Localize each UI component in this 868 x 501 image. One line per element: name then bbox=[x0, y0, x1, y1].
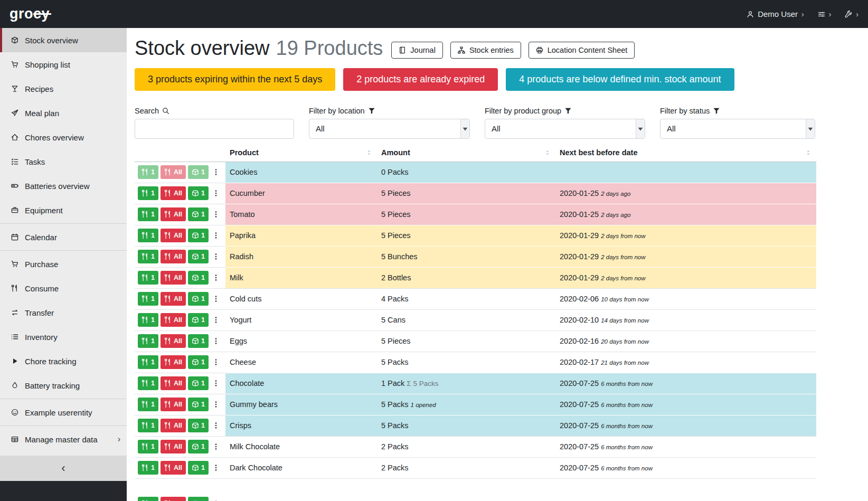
consume-all-button[interactable]: All bbox=[161, 398, 186, 411]
consume-all-button[interactable]: All bbox=[161, 165, 186, 179]
admin-menu-button[interactable]: › bbox=[845, 11, 858, 18]
product-group-filter-select[interactable]: All bbox=[485, 119, 645, 139]
open-one-button[interactable]: 1 bbox=[188, 250, 209, 263]
row-menu-button[interactable] bbox=[211, 250, 221, 263]
open-one-button[interactable]: 1 bbox=[188, 440, 209, 453]
consume-one-button[interactable]: 1 bbox=[138, 497, 158, 501]
row-menu-button[interactable] bbox=[211, 186, 221, 200]
open-one-button[interactable]: 1 bbox=[188, 419, 209, 432]
row-menu-button[interactable] bbox=[211, 419, 221, 432]
sidebar-item-chore-tracking[interactable]: Chore tracking bbox=[0, 349, 127, 373]
open-one-button[interactable]: 1 bbox=[188, 165, 209, 179]
sidebar-item-consume[interactable]: Consume bbox=[0, 276, 127, 300]
row-menu-button[interactable] bbox=[211, 398, 221, 411]
consume-one-button[interactable]: 1 bbox=[138, 355, 158, 369]
column-header-best-before[interactable]: Next best before date bbox=[555, 146, 816, 162]
consume-one-button[interactable]: 1 bbox=[138, 376, 158, 390]
consume-one-button[interactable]: 1 bbox=[138, 419, 158, 432]
row-menu-button[interactable] bbox=[211, 440, 221, 453]
alert-danger[interactable]: 2 products are already expired bbox=[343, 68, 498, 91]
row-menu-button[interactable] bbox=[211, 229, 221, 242]
search-input[interactable] bbox=[135, 119, 294, 139]
open-one-button[interactable]: 1 bbox=[188, 186, 209, 200]
consume-one-button[interactable]: 1 bbox=[138, 334, 158, 348]
sidebar-item-inventory[interactable]: Inventory bbox=[0, 325, 127, 349]
column-header-product[interactable]: Product bbox=[225, 146, 377, 162]
consume-all-button[interactable]: All bbox=[161, 440, 186, 453]
sidebar-item-stock-overview[interactable]: Stock overview bbox=[0, 28, 127, 52]
sidebar-item-tasks[interactable]: Tasks bbox=[0, 149, 127, 174]
location-filter-select[interactable]: All bbox=[309, 119, 470, 139]
sort-icon[interactable] bbox=[365, 149, 373, 156]
consume-one-button[interactable]: 1 bbox=[138, 165, 158, 179]
journal-button[interactable]: Journal bbox=[391, 42, 443, 59]
open-one-button[interactable]: 1 bbox=[188, 271, 209, 285]
row-menu-button[interactable] bbox=[211, 497, 221, 501]
open-one-button[interactable]: 1 bbox=[188, 207, 209, 221]
row-menu-button[interactable] bbox=[211, 334, 221, 348]
row-menu-button[interactable] bbox=[211, 271, 221, 285]
consume-all-button[interactable]: All bbox=[161, 355, 186, 369]
consume-all-button[interactable]: All bbox=[161, 334, 186, 348]
sidebar-item-manage-master-data[interactable]: Manage master data› bbox=[0, 427, 127, 451]
sidebar-item-example-userentity[interactable]: Example userentity bbox=[0, 400, 127, 424]
sidebar-item-calendar[interactable]: Calendar bbox=[0, 225, 127, 249]
location-content-sheet-button[interactable]: Location Content Sheet bbox=[529, 42, 635, 59]
app-logo[interactable]: grocy bbox=[10, 6, 51, 22]
consume-all-button[interactable]: All bbox=[161, 250, 186, 263]
row-menu-button[interactable] bbox=[211, 292, 221, 306]
open-one-button[interactable]: 1 bbox=[188, 292, 209, 306]
consume-one-button[interactable]: 1 bbox=[138, 313, 158, 327]
consume-one-button[interactable]: 1 bbox=[138, 440, 158, 453]
consume-one-button[interactable]: 1 bbox=[138, 398, 158, 411]
consume-all-button[interactable]: All bbox=[161, 271, 186, 285]
open-one-button[interactable]: 1 bbox=[188, 355, 209, 369]
row-menu-button[interactable] bbox=[211, 165, 221, 179]
column-header-amount[interactable]: Amount bbox=[377, 146, 555, 162]
quick-settings-button[interactable]: › bbox=[818, 11, 832, 18]
consume-all-button[interactable]: All bbox=[161, 497, 186, 501]
consume-all-button[interactable]: All bbox=[161, 419, 186, 432]
consume-all-button[interactable]: All bbox=[161, 207, 186, 221]
sidebar-item-equipment[interactable]: Equipment bbox=[0, 198, 127, 222]
sidebar-item-purchase[interactable]: Purchase bbox=[0, 252, 127, 276]
open-one-button[interactable]: 1 bbox=[188, 313, 209, 327]
consume-all-button[interactable]: All bbox=[161, 292, 186, 306]
consume-one-button[interactable]: 1 bbox=[138, 271, 158, 285]
sidebar-item-recipes[interactable]: Recipes bbox=[0, 77, 127, 101]
consume-one-button[interactable]: 1 bbox=[138, 229, 158, 242]
consume-all-button[interactable]: All bbox=[161, 313, 186, 327]
row-menu-button[interactable] bbox=[211, 461, 221, 475]
consume-all-button[interactable]: All bbox=[161, 461, 186, 475]
sidebar-item-battery-tracking[interactable]: Battery tracking bbox=[0, 373, 127, 398]
sidebar-item-batteries-overview[interactable]: Batteries overview bbox=[0, 174, 127, 198]
consume-one-button[interactable]: 1 bbox=[138, 250, 158, 263]
row-menu-button[interactable] bbox=[211, 376, 221, 390]
sidebar-item-meal-plan[interactable]: Meal plan bbox=[0, 101, 127, 125]
row-menu-button[interactable] bbox=[211, 355, 221, 369]
consume-one-button[interactable]: 1 bbox=[138, 461, 158, 475]
stock-entries-button[interactable]: Stock entries bbox=[450, 42, 521, 59]
sidebar-item-chores-overview[interactable]: Chores overview bbox=[0, 125, 127, 149]
sort-icon[interactable] bbox=[544, 149, 551, 156]
open-one-button[interactable]: 1 bbox=[188, 376, 209, 390]
alert-warning[interactable]: 3 products expiring within the next 5 da… bbox=[135, 68, 335, 91]
consume-all-button[interactable]: All bbox=[161, 376, 186, 390]
row-menu-button[interactable] bbox=[211, 313, 221, 327]
consume-one-button[interactable]: 1 bbox=[138, 207, 158, 221]
row-menu-button[interactable] bbox=[211, 207, 221, 221]
open-one-button[interactable]: 1 bbox=[188, 461, 209, 475]
open-one-button[interactable]: 1 bbox=[188, 229, 209, 242]
consume-all-button[interactable]: All bbox=[161, 229, 186, 242]
sidebar-item-shopping-list[interactable]: Shopping list bbox=[0, 52, 127, 77]
alert-info[interactable]: 4 products are below defined min. stock … bbox=[506, 68, 734, 91]
sidebar-item-transfer[interactable]: Transfer bbox=[0, 300, 127, 325]
sidebar-collapse-button[interactable]: ‹ bbox=[0, 456, 127, 481]
status-filter-select[interactable]: All bbox=[660, 119, 815, 139]
consume-one-button[interactable]: 1 bbox=[138, 186, 158, 200]
open-one-button[interactable]: 1 bbox=[188, 497, 209, 501]
consume-all-button[interactable]: All bbox=[161, 186, 186, 200]
open-one-button[interactable]: 1 bbox=[188, 398, 209, 411]
consume-one-button[interactable]: 1 bbox=[138, 292, 158, 306]
sort-icon[interactable] bbox=[805, 149, 812, 156]
